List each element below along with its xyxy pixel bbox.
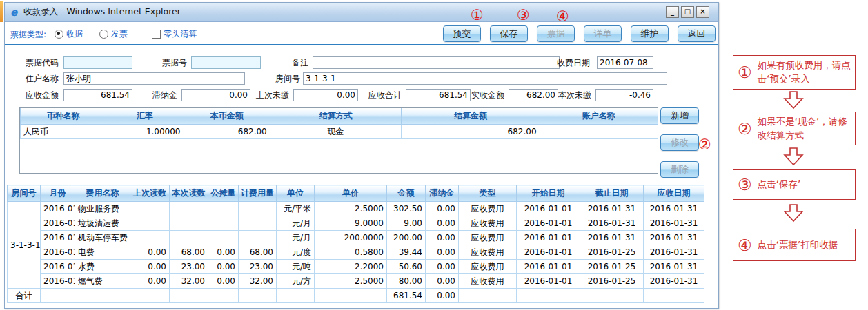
- toolbar-button-prepay[interactable]: 预交: [443, 25, 481, 42]
- radio-invoice[interactable]: 发票: [99, 28, 128, 40]
- flow-arrow-icon: [782, 91, 805, 110]
- fee-cell: 应收费用: [459, 245, 517, 260]
- settle-button-modify[interactable]: 修改: [660, 134, 699, 151]
- toolbar-button-save[interactable]: 保存: [490, 25, 528, 42]
- fee-cell: 应收费用: [459, 216, 517, 231]
- fee-col-header: 应收日期: [644, 185, 704, 202]
- annotation-text: 如果有预收费用，请点击‘预交’录入: [758, 59, 851, 85]
- fee-row[interactable]: 2016-01燃气费0.0032.000.0032.00元/方2.500080.…: [8, 274, 704, 289]
- fee-cell: 元/月: [277, 231, 315, 245]
- toolbar-button-maintain[interactable]: 维护: [631, 25, 669, 42]
- fee-col-header: 截止日期: [580, 185, 644, 202]
- fee-area: 房间号月份费用名称上次读数本次读数公摊量计费用量单位单价金额滞纳金类型开始日期截…: [5, 185, 718, 303]
- fee-row[interactable]: 2016-01垃圾清运费元/月9.00009.000.00应收费用2016-01…: [8, 216, 704, 231]
- fee-cell: 2016-01-31: [644, 245, 704, 260]
- fee-col-header: 上次读数: [130, 185, 170, 202]
- settle-row[interactable]: 人民币1.00000682.00现金682.00: [21, 125, 658, 139]
- fee-total-cell: [315, 289, 387, 303]
- current-unpaid-input[interactable]: [595, 89, 653, 101]
- maximize-button[interactable]: □: [681, 6, 694, 18]
- minimize-button[interactable]: _: [666, 6, 679, 18]
- room-no-label: 房间号: [259, 72, 300, 85]
- fee-row[interactable]: 2016-01机动车停车费元/月200.0000200.000.00应收费用20…: [8, 231, 704, 245]
- fee-cell: 2016-01-25: [580, 260, 644, 274]
- settle-col-header: 汇率: [106, 108, 184, 125]
- fee-cell: 元/月: [277, 216, 315, 231]
- receivable-input[interactable]: [63, 89, 132, 101]
- fee-cell: 2.2000: [315, 260, 387, 274]
- room-no-input[interactable]: [303, 72, 667, 85]
- fee-cell: 2016-01-01: [517, 260, 580, 274]
- fee-cell: 水费: [75, 260, 130, 274]
- checkbox-rounding[interactable]: 零头清算: [152, 28, 197, 40]
- app-window: 收款录入 - Windows Internet Explorer _ □ × 票…: [4, 2, 719, 309]
- fee-cell: 应收费用: [459, 231, 517, 245]
- bill-code-label: 票据代码: [12, 56, 59, 69]
- internet-explorer-icon: [8, 7, 19, 18]
- fee-col-header: 开始日期: [517, 185, 580, 202]
- fee-total-cell: [517, 289, 580, 303]
- radio-unselected-icon: [99, 30, 108, 39]
- current-unpaid-label: 本次未缴: [550, 89, 591, 101]
- fee-row[interactable]: 2016-01水费0.0023.000.0023.00元/吨2.200050.6…: [8, 260, 704, 274]
- radio-invoice-label: 发票: [111, 28, 128, 40]
- settle-button-delete[interactable]: 删除: [660, 161, 699, 178]
- toolbar-button-ticket[interactable]: 票据: [537, 25, 575, 42]
- window-controls: _ □ ×: [666, 6, 709, 18]
- fee-cell: 2016-01: [41, 274, 75, 289]
- receivable-total-input[interactable]: [406, 89, 471, 101]
- fee-row[interactable]: 2016-01电费0.0068.000.0068.00元/度0.580039.4…: [8, 245, 704, 260]
- fee-cell: 68.00: [239, 245, 277, 260]
- radio-receipt[interactable]: 收据: [55, 28, 83, 40]
- settle-col-header: 结算金额: [402, 108, 540, 125]
- toolbar-button-detail[interactable]: 详单: [584, 25, 622, 42]
- settle-cell: 现金: [270, 125, 401, 139]
- annotation-number: ①: [738, 64, 752, 81]
- charge-date-input[interactable]: [597, 56, 653, 69]
- fee-cell: 应收费用: [459, 260, 517, 274]
- fee-col-header: 房间号: [8, 185, 41, 202]
- bill-no-input[interactable]: [191, 56, 261, 69]
- late-fee-input[interactable]: [181, 89, 250, 101]
- resident-name-input[interactable]: [63, 72, 245, 85]
- fee-cell: 0.00: [208, 245, 239, 260]
- toolbar: 票据类型: 收据 发票 零头清算 预交保存票据详单维护返回: [5, 22, 718, 45]
- fee-cell: 200.0000: [315, 231, 387, 245]
- fee-cell: 0.00: [426, 216, 459, 231]
- badge-save: ③: [517, 8, 530, 23]
- checkbox-rounding-label: 零头清算: [164, 28, 197, 40]
- title-bar[interactable]: 收款录入 - Windows Internet Explorer _ □ ×: [5, 3, 718, 22]
- fee-total-cell: [644, 289, 704, 303]
- bill-code-input[interactable]: [63, 56, 132, 69]
- fee-row[interactable]: 3-1-3-12016-01物业服务费元/平米2.5000302.500.00应…: [8, 202, 704, 216]
- fee-cell: 23.00: [170, 260, 208, 274]
- received-label: 实收金额: [463, 89, 504, 101]
- fee-col-header: 月份: [41, 185, 75, 202]
- settle-button-add[interactable]: 新增: [660, 107, 699, 124]
- fee-cell: 0.00: [208, 274, 239, 289]
- fee-cell: [208, 231, 239, 245]
- fee-cell: 23.00: [239, 260, 277, 274]
- fee-col-header: 单价: [315, 185, 387, 202]
- toolbar-button-back[interactable]: 返回: [678, 25, 716, 42]
- remark-input[interactable]: [313, 56, 560, 69]
- annotation-box-4: ④点击‘票据’打印收据: [733, 229, 856, 261]
- fee-table: 房间号月份费用名称上次读数本次读数公摊量计费用量单位单价金额滞纳金类型开始日期截…: [7, 185, 704, 303]
- form-area: 票据代码 票据号 备注 收费日期 住户名称 房间号 应收金额 滞纳金 上次未缴 …: [5, 45, 718, 105]
- close-button[interactable]: ×: [696, 6, 709, 18]
- fee-cell: [130, 202, 170, 216]
- badge-ticket: ④: [556, 10, 569, 24]
- fee-total-cell: [239, 289, 277, 303]
- fee-col-header: 本次读数: [170, 185, 208, 202]
- fee-total-cell: [459, 289, 517, 303]
- fee-cell: [208, 202, 239, 216]
- fee-col-header: 计费用量: [239, 185, 277, 202]
- checkbox-icon: [152, 30, 161, 39]
- fee-cell: 机动车停车费: [75, 231, 130, 245]
- settle-cell: [540, 125, 658, 139]
- fee-cell: [130, 231, 170, 245]
- annotation-text: 如果不是‘现金’，请修改结算方式: [758, 115, 851, 142]
- flow-arrow-icon: [782, 147, 805, 166]
- late-fee-label: 滞纳金: [136, 89, 177, 101]
- prev-unpaid-input[interactable]: [293, 89, 358, 101]
